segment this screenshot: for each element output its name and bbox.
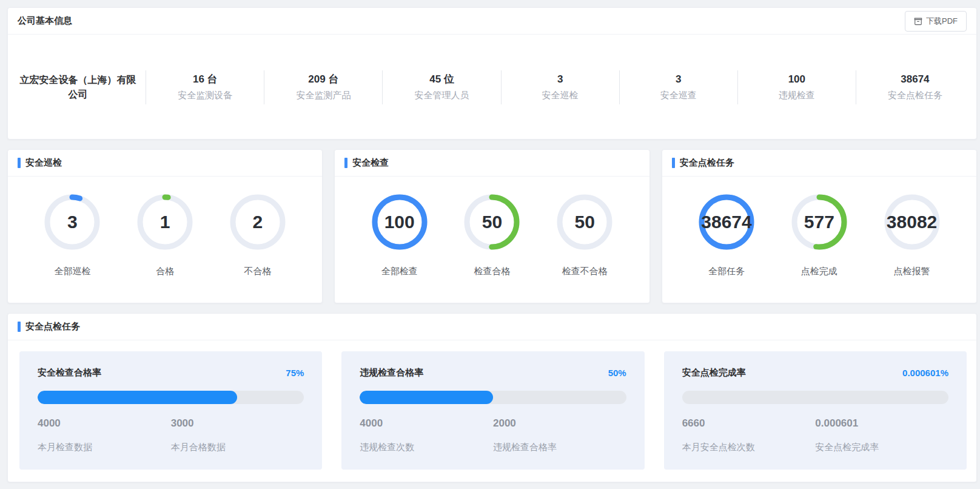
safety-patrol-rings: 3 全部巡检 1 合格	[8, 177, 322, 303]
panel-percent: 0.000601%	[902, 368, 948, 378]
ring-value: 3	[67, 212, 78, 232]
ring-item: 1 合格	[137, 194, 193, 277]
ring-label: 不合格	[244, 266, 271, 277]
download-box-icon	[914, 17, 922, 25]
ring-item: 50 检查不合格	[557, 194, 612, 277]
ring-chart: 3	[44, 194, 100, 250]
stat-label: 安全监测产品	[296, 90, 351, 101]
safety-check-header: 安全检查	[335, 150, 649, 177]
stat-value: 45 位	[429, 73, 454, 86]
stat-value: 209 台	[308, 73, 338, 86]
title-marker	[18, 158, 21, 168]
company-info-title-text: 公司基本信息	[18, 15, 72, 27]
ring-value: 1	[160, 212, 170, 232]
panel-stat-value: 3000	[171, 417, 304, 430]
panel-stat-value: 4000	[38, 417, 171, 430]
ring-item: 38674 全部任务	[699, 194, 754, 277]
progress-summary-card: 安全点检任务 安全检查合格率 75% 4000 本月检查数据 3000 本月合格…	[7, 313, 977, 482]
progress-bar-fill	[38, 391, 237, 404]
ring-item: 577 点检完成	[791, 194, 847, 277]
check-pass-rate-panel: 安全检查合格率 75% 4000 本月检查数据 3000 本月合格数据	[19, 351, 322, 470]
stat-label: 安全管理人员	[415, 90, 469, 101]
ring-label: 检查不合格	[562, 266, 608, 277]
panel-percent: 50%	[608, 368, 626, 378]
stat-value: 38674	[901, 73, 929, 86]
spot-check-task-rings: 38674 全部任务 577 点检完成	[662, 177, 976, 303]
panel-stat: 2000 违规检查合格率	[493, 417, 626, 453]
stat-label: 安全巡检	[542, 90, 579, 101]
stat-value: 3	[557, 73, 563, 86]
stat-monitor-products: 209 台 安全监测产品	[264, 70, 383, 104]
spot-check-task-header: 安全点检任务	[662, 150, 976, 177]
panel-stat-value: 4000	[360, 417, 493, 430]
panel-head: 安全检查合格率 75%	[38, 367, 304, 379]
ring-chart: 50	[464, 194, 520, 250]
ring-label: 合格	[156, 266, 174, 277]
ring-chart: 100	[372, 194, 428, 250]
safety-patrol-title-text: 安全巡检	[25, 157, 62, 169]
panel-head: 安全点检完成率 0.000601%	[682, 367, 948, 379]
safety-check-rings: 100 全部检查 50 检查合格	[335, 177, 649, 303]
panel-title: 安全点检完成率	[682, 367, 746, 379]
spot-check-task-title: 安全点检任务	[672, 157, 734, 169]
progress-summary-title: 安全点检任务	[18, 321, 80, 332]
company-stats-row: 立宏安全设备（上海）有限公司 16 台 安全监测设备 209 台 安全监测产品 …	[8, 35, 976, 140]
panel-stat-label: 安全点检完成率	[815, 442, 948, 453]
company-info-header: 公司基本信息 下载PDF	[8, 8, 976, 35]
ring-label: 全部巡检	[54, 266, 90, 277]
safety-patrol-title: 安全巡检	[18, 157, 62, 169]
ring-item: 50 检查合格	[464, 194, 520, 277]
stat-label: 安全巡查	[660, 90, 697, 101]
panel-stat: 4000 本月检查数据	[38, 417, 171, 453]
ring-item: 3 全部巡检	[44, 194, 100, 277]
panel-stats: 4000 违规检查次数 2000 违规检查合格率	[360, 417, 626, 453]
panel-stats: 4000 本月检查数据 3000 本月合格数据	[38, 417, 304, 453]
progress-summary-title-text: 安全点检任务	[25, 321, 80, 332]
ring-value: 577	[804, 212, 834, 232]
company-info-card: 公司基本信息 下载PDF 立宏安全设备（上海）有限公司 16 台 安全监测设备 …	[7, 7, 977, 140]
panel-stat-value: 0.000601	[815, 417, 948, 430]
stat-safety-managers: 45 位 安全管理人员	[383, 70, 501, 104]
spot-check-task-card: 安全点检任务 38674 全部任务	[662, 149, 977, 303]
stat-violation-checks: 100 违规检查	[738, 70, 856, 104]
ring-cards-row: 安全巡检 3 全部巡检	[7, 149, 977, 303]
spot-check-completion-panel: 安全点检完成率 0.000601% 6660 本月安全点检次数 0.000601…	[664, 351, 967, 470]
stat-monitor-devices: 16 台 安全监测设备	[146, 70, 264, 104]
panel-stats: 6660 本月安全点检次数 0.000601 安全点检完成率	[682, 417, 948, 453]
safety-patrol-card: 安全巡检 3 全部巡检	[7, 149, 323, 303]
safety-check-title: 安全检查	[344, 157, 389, 169]
ring-label: 点检报警	[894, 266, 930, 277]
panel-stat-value: 2000	[493, 417, 626, 430]
ring-value: 38674	[701, 212, 751, 232]
ring-label: 检查合格	[474, 266, 510, 277]
ring-value: 38082	[887, 212, 937, 232]
progress-summary-header: 安全点检任务	[8, 314, 976, 340]
ring-label: 点检完成	[801, 266, 837, 277]
company-name-cell: 立宏安全设备（上海）有限公司	[10, 70, 146, 104]
panel-title: 安全检查合格率	[38, 367, 101, 379]
ring-value: 50	[482, 212, 502, 232]
panel-stat-label: 违规检查合格率	[493, 442, 626, 453]
ring-chart: 577	[791, 194, 847, 250]
ring-chart: 50	[557, 194, 612, 250]
ring-item: 38082 点检报警	[884, 194, 940, 277]
spot-check-task-title-text: 安全点检任务	[680, 157, 734, 169]
panel-head: 违规检查合格率 50%	[360, 367, 626, 379]
ring-item: 100 全部检查	[372, 194, 428, 277]
panel-stat-label: 本月安全点检次数	[682, 442, 816, 453]
panel-stat-label: 本月检查数据	[38, 442, 171, 453]
panel-stat-label: 本月合格数据	[171, 442, 304, 453]
panel-percent: 75%	[286, 368, 304, 378]
safety-check-card: 安全检查 100 全部检查	[334, 149, 649, 303]
title-marker	[672, 158, 675, 168]
ring-value: 2	[253, 212, 263, 232]
ring-chart: 38674	[699, 194, 754, 250]
progress-bar-fill	[360, 391, 493, 404]
download-pdf-button[interactable]: 下载PDF	[905, 11, 967, 32]
ring-value: 100	[384, 212, 415, 232]
panel-stat: 0.000601 安全点检完成率	[815, 417, 948, 453]
stat-label: 安全点检任务	[888, 90, 942, 101]
ring-chart: 2	[230, 194, 286, 250]
progress-bar-track	[38, 391, 304, 404]
progress-bar-track	[360, 391, 626, 404]
